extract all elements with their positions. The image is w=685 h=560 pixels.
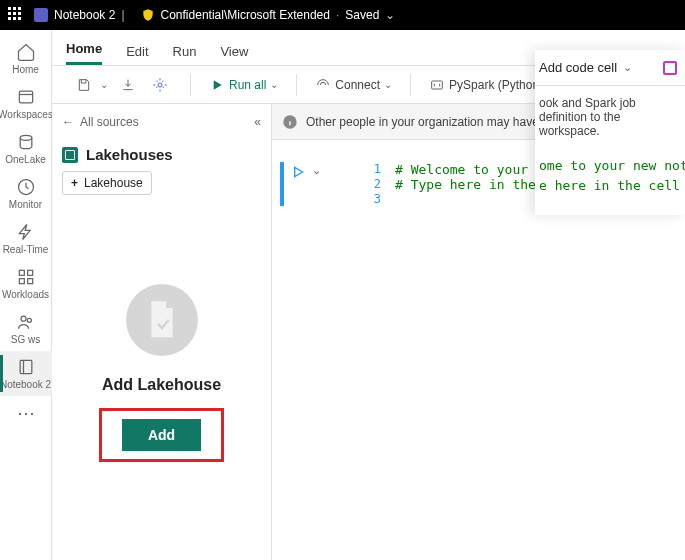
settings-icon[interactable] (146, 73, 178, 97)
add-lakehouse-dropdown[interactable]: + Lakehouse (62, 171, 152, 195)
panel-body-text: ook and Spark job definition to the work… (535, 86, 685, 148)
svg-point-1 (20, 135, 32, 140)
rail-workloads[interactable]: Workloads (0, 261, 52, 306)
tab-edit[interactable]: Edit (126, 38, 148, 65)
panel-code-preview: ome to your new not e here in the cell e (535, 148, 685, 195)
rail-home[interactable]: Home (0, 36, 52, 81)
save-status: Saved (345, 8, 379, 22)
save-button[interactable]: ⌄ (70, 73, 114, 97)
run-all-button[interactable]: Run all ⌄ (203, 73, 284, 97)
svg-point-7 (21, 316, 26, 321)
explorer-sidebar: ← All sources « Lakehouses + Lakehouse A… (52, 104, 272, 560)
add-button[interactable]: Add (122, 419, 201, 451)
rail-monitor[interactable]: Monitor (0, 171, 52, 216)
add-button-highlight: Add (99, 408, 224, 462)
tab-home[interactable]: Home (66, 35, 102, 65)
empty-title: Add Lakehouse (102, 376, 221, 394)
svg-point-10 (158, 83, 162, 87)
rail-more[interactable]: ⋯ (17, 396, 35, 430)
shield-icon (141, 8, 155, 22)
collapse-sidebar-icon[interactable]: « (254, 115, 261, 129)
run-cell-button[interactable] (290, 164, 306, 183)
svg-rect-3 (19, 270, 24, 275)
svg-rect-4 (27, 270, 32, 275)
document-check-icon (126, 284, 198, 356)
floating-panel: Add code cell ⌄ ook and Spark job defini… (535, 50, 685, 215)
back-all-sources[interactable]: ← All sources (62, 115, 139, 129)
cell-gutter (280, 162, 284, 206)
rail-realtime[interactable]: Real-Time (0, 216, 52, 261)
svg-rect-11 (432, 81, 443, 89)
arrow-left-icon: ← (62, 115, 74, 129)
svg-rect-0 (19, 91, 32, 103)
title-bar: Notebook 2 | Confidential\Microsoft Exte… (0, 0, 685, 30)
tab-run[interactable]: Run (173, 38, 197, 65)
rail-workspace-sg[interactable]: SG ws (0, 306, 52, 351)
notebook-icon (34, 8, 48, 22)
notebook-name[interactable]: Notebook 2 (54, 8, 115, 22)
chevron-down-icon[interactable]: ⌄ (623, 61, 632, 74)
download-icon[interactable] (114, 73, 146, 97)
sidebar-title: Lakehouses (52, 140, 271, 171)
add-code-cell-button[interactable]: Add code cell (539, 60, 617, 75)
run-cell-dropdown[interactable]: ⌄ (312, 164, 321, 177)
connect-button[interactable]: Connect ⌄ (309, 73, 398, 97)
sensitivity-label[interactable]: Confidential\Microsoft Extended (161, 8, 330, 22)
app-launcher-icon[interactable] (8, 7, 24, 23)
info-icon (282, 114, 298, 130)
left-navigation-rail: Home Workspaces OneLake Monitor Real-Tim… (0, 30, 52, 560)
rail-onelake[interactable]: OneLake (0, 126, 52, 171)
rail-workspaces[interactable]: Workspaces (0, 81, 52, 126)
copilot-icon[interactable] (663, 61, 677, 75)
svg-rect-5 (19, 279, 24, 284)
svg-rect-9 (20, 360, 32, 373)
tab-view[interactable]: View (220, 38, 248, 65)
svg-point-8 (27, 318, 31, 322)
plus-icon: + (71, 176, 78, 190)
chevron-down-icon[interactable]: ⌄ (385, 8, 395, 22)
rail-notebook-current[interactable]: Notebook 2 (0, 351, 52, 396)
lakehouse-icon (62, 147, 78, 163)
sidebar-empty-state: Add Lakehouse Add (52, 205, 271, 560)
svg-rect-6 (27, 279, 32, 284)
